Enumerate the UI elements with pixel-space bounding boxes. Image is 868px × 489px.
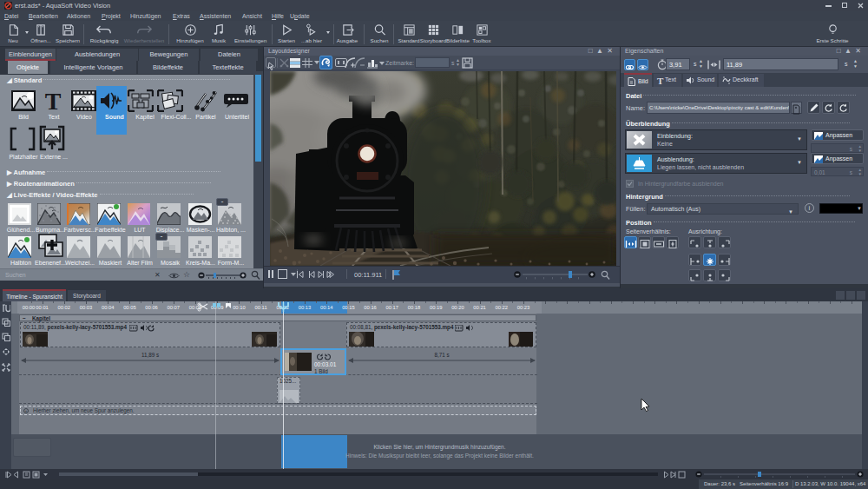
svg-text:T: T xyxy=(45,89,62,112)
